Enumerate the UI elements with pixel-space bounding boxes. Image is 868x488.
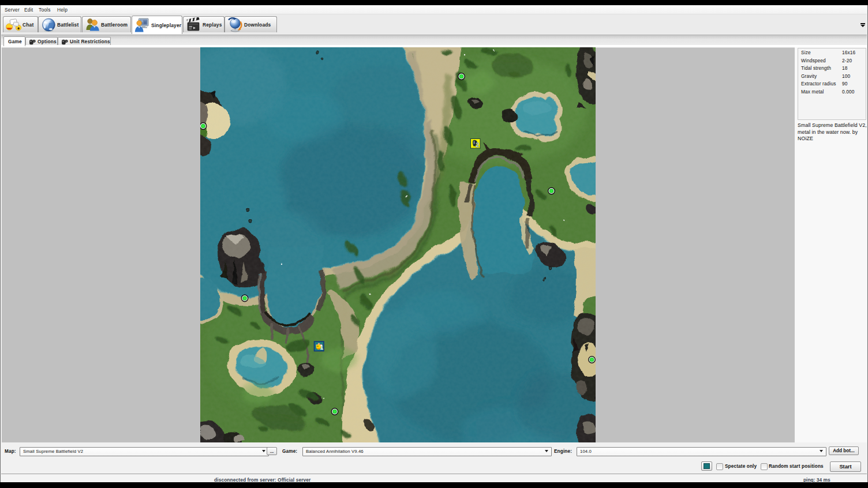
svg-text:2: 2 [476, 141, 479, 148]
svg-text:1: 1 [320, 344, 324, 351]
